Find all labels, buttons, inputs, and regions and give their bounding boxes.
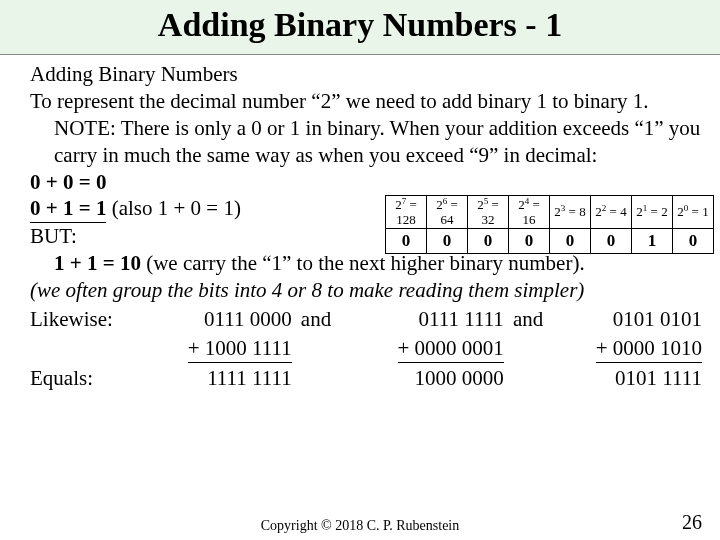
bit-cell: 0	[509, 228, 550, 253]
bit-cell: 0	[468, 228, 509, 253]
addition-row-result: Equals: 1111 1111 1000 0000 0101 1111	[30, 365, 702, 392]
bit-cell: 0	[550, 228, 591, 253]
likewise-label: Likewise:	[30, 306, 133, 333]
addition-row-plus: + 1000 1111 + 0000 0001 + 0000 1010	[30, 335, 702, 363]
table-value-row: 0 0 0 0 0 0 1 0	[386, 228, 714, 253]
addend-a1: 0111 0000	[133, 306, 292, 333]
and-2: and	[504, 306, 553, 333]
and-1: and	[292, 306, 341, 333]
intro-paragraph: To represent the decimal number “2” we n…	[30, 88, 702, 169]
table-head-cell: 23 = 8	[550, 196, 591, 229]
addend-a3: 0101 0101	[552, 306, 702, 333]
result-1: 1111 1111	[133, 365, 292, 392]
addend-a2: 0111 1111	[340, 306, 504, 333]
table-header-row: 27 = 128 26 = 64 25 = 32 24 = 16 23 = 8 …	[386, 196, 714, 229]
addend-b1: + 1000 1111	[133, 335, 292, 363]
addend-b2: + 0000 0001	[340, 335, 504, 363]
table-head-cell: 26 = 64	[427, 196, 468, 229]
heading: Adding Binary Numbers	[30, 61, 702, 88]
table-head-cell: 24 = 16	[509, 196, 550, 229]
table-head-cell: 22 = 4	[591, 196, 632, 229]
slide-title: Adding Binary Numbers - 1	[0, 0, 720, 55]
equals-label: Equals:	[30, 365, 133, 392]
addend-b3: + 0000 1010	[552, 335, 702, 363]
addition-row-top: Likewise: 0111 0000 and 0111 1111 and 01…	[30, 306, 702, 333]
bit-cell: 0	[591, 228, 632, 253]
bit-cell: 0	[673, 228, 714, 253]
table-head-cell: 25 = 32	[468, 196, 509, 229]
equation-1: 0 + 0 = 0	[30, 169, 702, 196]
powers-table: 27 = 128 26 = 64 25 = 32 24 = 16 23 = 8 …	[385, 195, 714, 254]
bit-cell: 0	[427, 228, 468, 253]
table-head-cell: 20 = 1	[673, 196, 714, 229]
bit-cell: 0	[386, 228, 427, 253]
copyright: Copyright © 2018 C. P. Rubenstein	[0, 518, 720, 534]
result-2: 1000 0000	[340, 365, 504, 392]
bit-cell: 1	[632, 228, 673, 253]
table-head-cell: 27 = 128	[386, 196, 427, 229]
slide: Adding Binary Numbers - 1 Adding Binary …	[0, 0, 720, 540]
carry-line: 1 + 1 = 10 (we carry the “1” to the next…	[54, 250, 702, 277]
table-head-cell: 21 = 2	[632, 196, 673, 229]
footer: Copyright © 2018 C. P. Rubenstein 26	[0, 518, 720, 534]
grouping-note: (we often group the bits into 4 or 8 to …	[30, 277, 702, 304]
result-3: 0101 1111	[552, 365, 702, 392]
page-number: 26	[682, 511, 702, 534]
